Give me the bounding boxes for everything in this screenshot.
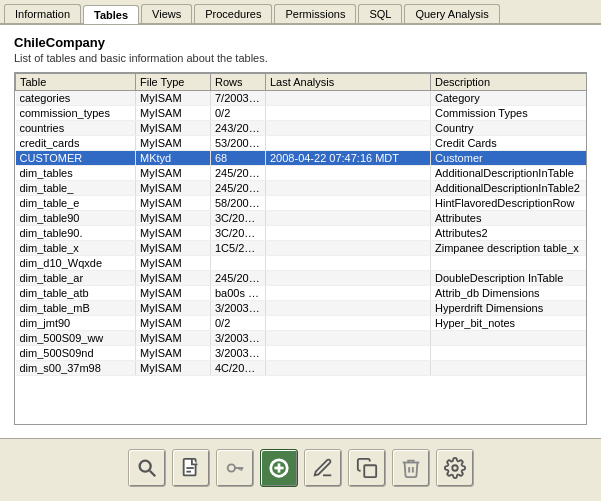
db-title: ChileCompany (14, 35, 587, 50)
tab-query-analysis[interactable]: Query Analysis (404, 4, 499, 23)
tab-tables[interactable]: Tables (83, 5, 139, 24)
table-row[interactable]: dim_table_atbMyISAMba00s 0b0 82/04/e8/c8… (16, 286, 587, 301)
svg-rect-12 (364, 465, 376, 477)
key-button[interactable] (216, 449, 254, 487)
table-row[interactable]: commission_typesMyISAM0/2Commission Type… (16, 106, 587, 121)
tab-information[interactable]: Information (4, 4, 81, 23)
col-header-rows: Rows (211, 74, 266, 91)
table-row[interactable]: dim_table_arMyISAM245/2003 003 32/04/e8/… (16, 271, 587, 286)
table-row[interactable]: dim_table90.MyISAM3C/2003 003 32/04/e8/c… (16, 226, 587, 241)
add-button[interactable] (260, 449, 298, 487)
table-row[interactable]: countriesMyISAM243/2003 03 32/04/e8/c8/c… (16, 121, 587, 136)
table-header: Table File Type Rows Last Analysis Descr… (16, 74, 587, 91)
tables-container: Table File Type Rows Last Analysis Descr… (14, 72, 587, 425)
copy-button[interactable] (348, 449, 386, 487)
document-button[interactable] (172, 449, 210, 487)
table-row[interactable]: dim_table_mBMyISAM3/2003 003 32/04/e8/c8… (16, 301, 587, 316)
table-row[interactable]: dim_s00_37m98MyISAM4C/2003 003 32/04/e8/… (16, 361, 587, 376)
tab-views[interactable]: Views (141, 4, 192, 23)
table-row[interactable]: dim_500S09ndMyISAM3/2003 003 32/04/e8/c8… (16, 346, 587, 361)
db-subtitle: List of tables and basic information abo… (14, 52, 587, 64)
svg-point-13 (452, 465, 458, 471)
table-row[interactable]: CUSTOMERMKtyd682008-04-22 07:47:16 MDTCu… (16, 151, 587, 166)
tab-permissions[interactable]: Permissions (274, 4, 356, 23)
table-body: categoriesMyISAM7/2003 03 32/04/e8/c8/c0… (16, 91, 587, 376)
bottom-toolbar (0, 438, 601, 496)
search-button[interactable] (128, 449, 166, 487)
col-header-filetype: File Type (136, 74, 211, 91)
col-header-lastanalysis: Last Analysis (266, 74, 431, 91)
table-scroll[interactable]: Table File Type Rows Last Analysis Descr… (15, 73, 586, 424)
table-row[interactable]: dim_tablesMyISAM245/2003 003 32/04/e8/c8… (16, 166, 587, 181)
svg-line-1 (149, 470, 155, 476)
svg-point-5 (227, 464, 234, 471)
table-row[interactable]: dim_500S09_wwMyISAM3/2003 003 32/04/e8/c… (16, 331, 587, 346)
delete-button[interactable] (392, 449, 430, 487)
settings-button[interactable] (436, 449, 474, 487)
tab-bar: Information Tables Views Procedures Perm… (0, 0, 601, 25)
table-row[interactable]: dim_jmt90MyISAM0/2Hyper_bit_notes (16, 316, 587, 331)
tab-sql[interactable]: SQL (358, 4, 402, 23)
table-row[interactable]: dim_table_xMyISAM1C5/2003 003 32/04/e8/c… (16, 241, 587, 256)
table-row[interactable]: categoriesMyISAM7/2003 03 32/04/e8/c8/c0… (16, 91, 587, 106)
table-row[interactable]: dim_table_MyISAM245/2003 003 32/04/e8/c8… (16, 181, 587, 196)
tab-procedures[interactable]: Procedures (194, 4, 272, 23)
table-row[interactable]: dim_d10_WqxdeMyISAM (16, 256, 587, 271)
table-row[interactable]: dim_table90MyISAM3C/2003 003 32/04/e8/c8… (16, 211, 587, 226)
tables-table: Table File Type Rows Last Analysis Descr… (15, 73, 586, 376)
table-row[interactable]: credit_cardsMyISAM53/2003 03 32/04/e8/c8… (16, 136, 587, 151)
col-header-table: Table (16, 74, 136, 91)
svg-point-0 (139, 460, 150, 471)
edit-button[interactable] (304, 449, 342, 487)
main-content: ChileCompany List of tables and basic in… (0, 25, 601, 438)
table-row[interactable]: dim_table_eMyISAM58/2003 003 32/04/e8/c8… (16, 196, 587, 211)
col-header-description: Description (431, 74, 587, 91)
